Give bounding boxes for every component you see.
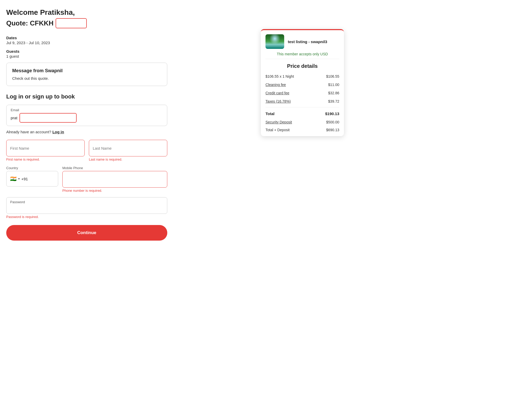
login-prompt-text: Already have an account? [6, 130, 51, 134]
total-deposit-row: Total + Deposit $690.13 [261, 126, 344, 136]
listing-thumbnail [265, 34, 284, 49]
login-row: Already have an account? Log in [6, 130, 167, 134]
phone-label: Mobile Phone [62, 166, 167, 170]
total-row: Total $190.13 [261, 109, 344, 118]
email-wrapper: Email prat [6, 105, 167, 126]
price-label-night: $106.55 x 1 Night [265, 74, 294, 78]
listing-header: test listing - swapnil3 [261, 30, 344, 52]
price-row-cleaning: Cleaning fee $11.00 [261, 81, 344, 89]
welcome-title: Welcome Pratiksha, [6, 8, 167, 17]
price-divider [265, 107, 339, 107]
quote-row: Quote: CFKKH [6, 18, 167, 28]
password-wrapper: Password [6, 197, 167, 214]
security-deposit-label: Security Deposit [265, 120, 292, 124]
country-code-text: +91 [21, 177, 28, 181]
price-label-credit: Credit card fee [265, 91, 289, 95]
dates-value: Jul 9, 2023 - Jul 10, 2023 [6, 41, 167, 45]
price-label-cleaning: Cleaning fee [265, 83, 286, 87]
price-value-credit: $32.86 [328, 91, 339, 95]
email-prefix-text: prat [11, 116, 17, 120]
dates-section: Dates Jul 9, 2023 - Jul 10, 2023 [6, 36, 167, 45]
listing-card-panel: test listing - swapnil3 This member acce… [261, 29, 344, 136]
phone-input[interactable] [62, 171, 167, 188]
phone-field: Mobile Phone Phone number is required. [62, 166, 167, 196]
last-name-error: Last name is required. [89, 157, 167, 161]
price-value-cleaning: $11.00 [328, 83, 339, 87]
password-input[interactable] [10, 205, 163, 209]
india-flag-icon: 🇮🇳 [10, 176, 17, 182]
price-row-credit: Credit card fee $32.86 [261, 89, 344, 97]
email-label: Email [11, 108, 163, 112]
price-row-taxes: Taxes (16.78%) $39.72 [261, 97, 344, 105]
total-deposit-value: $690.13 [326, 128, 339, 132]
country-phone-row: Country 🇮🇳 ▾ +91 Mobile Phone Phone numb… [6, 166, 167, 196]
guests-section: Guests 1 guest [6, 49, 167, 58]
chevron-down-icon: ▾ [18, 177, 20, 181]
last-name-field: Last name is required. [89, 140, 167, 164]
price-row-night: $106.55 x 1 Night $106.55 [261, 72, 344, 81]
email-input[interactable] [19, 113, 77, 123]
first-name-field: First name is required. [6, 140, 85, 164]
listing-name: test listing - swapnil3 [288, 39, 327, 44]
first-name-error: First name is required. [6, 157, 85, 161]
message-title: Message from Swapnil [12, 68, 161, 74]
quote-label: Quote: CFKKH [6, 19, 54, 27]
price-value-taxes: $39.72 [328, 99, 339, 103]
last-name-input[interactable] [89, 140, 167, 156]
total-label: Total [265, 111, 275, 116]
name-row: First name is required. Last name is req… [6, 140, 167, 164]
listing-card: test listing - swapnil3 This member acce… [261, 29, 344, 136]
first-name-input[interactable] [6, 140, 85, 156]
dates-label: Dates [6, 36, 167, 40]
message-box: Message from Swapnil Check out this quot… [6, 63, 167, 86]
price-details-title: Price details [261, 59, 344, 72]
message-text: Check out this quote. [12, 76, 161, 81]
total-deposit-label: Total + Deposit [265, 128, 290, 132]
price-label-taxes: Taxes (16.78%) [265, 99, 291, 103]
total-value: $190.13 [325, 111, 339, 116]
password-label: Password [10, 200, 163, 204]
usd-notice: This member accepts only USD [265, 52, 339, 59]
country-selector[interactable]: 🇮🇳 ▾ +91 [6, 171, 58, 187]
continue-button[interactable]: Continue [6, 225, 167, 241]
security-deposit-row: Security Deposit $500.00 [261, 118, 344, 126]
guests-label: Guests [6, 49, 167, 54]
country-field: Country 🇮🇳 ▾ +91 [6, 166, 58, 196]
quote-input[interactable] [56, 18, 87, 28]
country-label: Country [6, 166, 58, 170]
phone-error: Phone number is required. [62, 189, 167, 193]
security-deposit-value: $500.00 [326, 120, 339, 124]
login-link[interactable]: Log in [52, 130, 64, 134]
guests-value: 1 guest [6, 54, 167, 58]
auth-section-title: Log in or sign up to book [6, 93, 167, 100]
price-value-night: $106.55 [326, 74, 339, 78]
password-error: Password is required. [6, 215, 167, 219]
